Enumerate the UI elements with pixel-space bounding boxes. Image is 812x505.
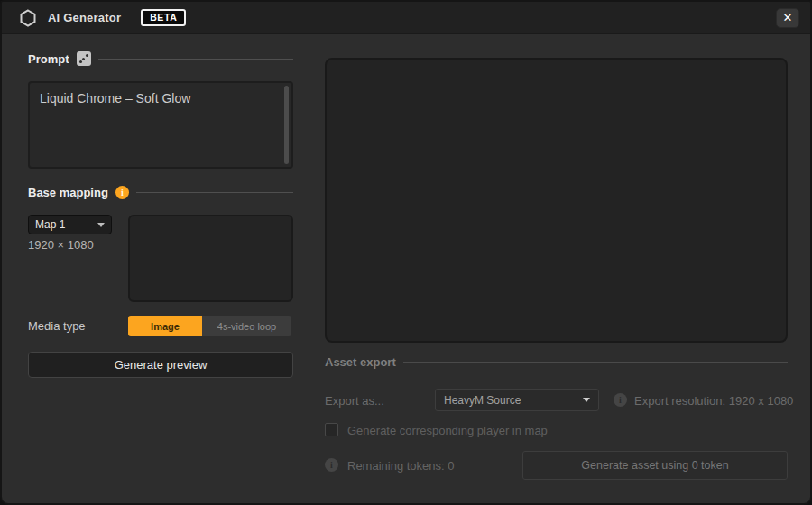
media-type-label: Media type	[28, 319, 86, 333]
map-select-value: Map 1	[35, 218, 65, 231]
chevron-down-icon	[97, 223, 105, 227]
media-type-option-image-label: Image	[151, 321, 180, 332]
base-mapping-info-icon[interactable]: i	[115, 186, 129, 199]
remaining-tokens-text: Remaining tokens: 0	[347, 459, 455, 473]
divider	[403, 362, 788, 363]
generate-preview-label: Generate preview	[115, 358, 208, 372]
divider	[98, 59, 294, 60]
export-resolution-text: Export resolution: 1920 x 1080	[634, 394, 793, 408]
generate-player-checkbox-label: Generate corresponding player in map	[347, 424, 548, 437]
chevron-down-icon	[583, 398, 590, 402]
asset-export-label: Asset export	[325, 355, 396, 369]
asset-export-section-header: Asset export	[325, 355, 788, 369]
media-type-option-video-label: 4s-video loop	[217, 321, 276, 332]
window-title: AI Generator	[48, 11, 121, 24]
generate-preview-button[interactable]: Generate preview	[28, 352, 293, 378]
map-select-dropdown[interactable]: Map 1	[28, 215, 112, 234]
generate-player-checkbox[interactable]	[325, 423, 338, 436]
prompt-input[interactable]: Liquid Chrome – Soft Glow	[28, 81, 293, 169]
title-bar: AI Generator BETA ✕	[2, 2, 810, 34]
prompt-scrollbar[interactable]	[284, 86, 289, 164]
ai-generator-dialog: AI Generator BETA ✕ Prompt Liquid Chrome…	[0, 0, 812, 505]
prompt-label: Prompt	[28, 52, 69, 66]
map-resolution-text: 1920 × 1080	[28, 238, 94, 252]
base-mapping-section-header: Base mapping i	[28, 186, 293, 199]
random-prompt-dice-icon[interactable]	[77, 51, 91, 66]
beta-badge: BETA	[141, 9, 186, 26]
export-as-label: Export as...	[325, 394, 384, 408]
close-button[interactable]: ✕	[776, 8, 799, 28]
export-resolution-info-icon: i	[614, 393, 627, 407]
render-preview-canvas	[325, 58, 788, 343]
generate-asset-label: Generate asset using 0 token	[581, 459, 728, 472]
mapping-thumbnail-preview	[128, 215, 293, 302]
remaining-tokens-info-icon: i	[325, 458, 338, 472]
media-type-toggle: Image 4s-video loop	[128, 316, 291, 336]
media-type-option-video[interactable]: 4s-video loop	[202, 316, 291, 336]
generate-asset-button[interactable]: Generate asset using 0 token	[522, 451, 788, 480]
close-icon: ✕	[783, 12, 793, 23]
export-format-dropdown[interactable]: HeavyM Source	[435, 389, 599, 411]
prompt-section-header: Prompt	[28, 51, 293, 66]
base-mapping-label: Base mapping	[28, 186, 108, 199]
divider	[136, 192, 293, 193]
hexagon-logo-icon	[20, 9, 36, 27]
media-type-option-image[interactable]: Image	[128, 316, 202, 336]
export-format-value: HeavyM Source	[444, 394, 521, 407]
